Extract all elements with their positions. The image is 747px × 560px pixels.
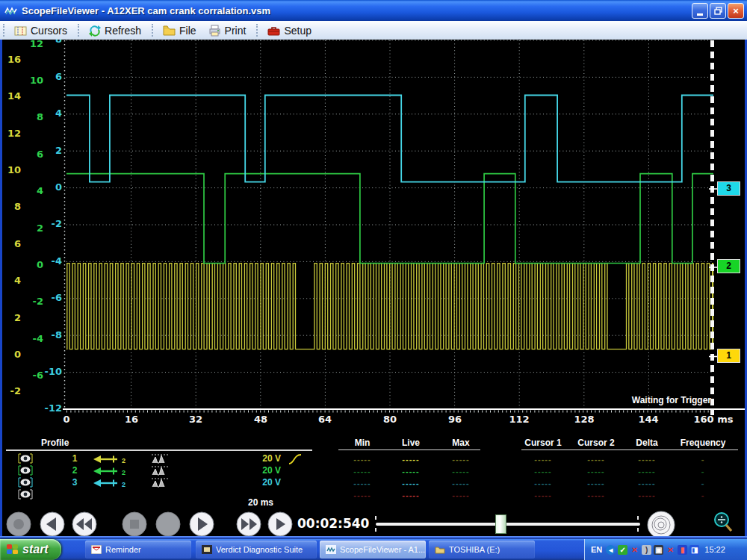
minimize-button[interactable] [692, 3, 708, 19]
taskbar-clock: 15:22 [704, 545, 725, 554]
application-window: ScopeFileViewer - A12XER cam crank corra… [0, 0, 747, 560]
measurement-cursor1: ----- [517, 467, 569, 476]
step-back-button[interactable] [39, 511, 66, 538]
position-slider-handle[interactable] [495, 514, 506, 534]
column-header: Max [431, 438, 491, 448]
cursors-button[interactable]: Cursors [10, 22, 75, 38]
toolbar-grip[interactable] [152, 24, 155, 37]
refresh-button[interactable]: Refresh [84, 22, 149, 38]
jog-dial-button[interactable] [647, 511, 674, 538]
restore-button[interactable] [710, 3, 726, 19]
column-header: Cursor 1 [513, 438, 573, 448]
pause-button[interactable] [155, 511, 182, 538]
y-axis-label-ch1: 14 [1, 90, 21, 102]
scope-area: 1614121086420-2121086420-2-4-686420-2-4-… [0, 40, 747, 435]
battery-tray-icon[interactable]: ▮ [678, 545, 687, 555]
fast-forward-button[interactable] [235, 511, 262, 538]
measurement-cursor2: ----- [570, 455, 622, 464]
restore-icon [714, 7, 722, 15]
y-axis-label-ch1: 16 [1, 54, 21, 65]
histogram-icon[interactable] [151, 477, 169, 491]
profile-row-ch3: 3220 V [0, 477, 329, 489]
x-axis-label: 128 [563, 414, 605, 425]
title-bar: ScopeFileViewer - A12XER cam crank corra… [0, 0, 747, 21]
refresh-icon [89, 25, 101, 37]
setup-button[interactable]: Setup [263, 22, 319, 38]
transport-bar: 00:02:540 [0, 509, 747, 536]
channel-tab-3[interactable]: 3 [717, 181, 740, 196]
measurement-delta: ----- [621, 455, 673, 464]
task-label: Reminder [105, 545, 141, 554]
print-button[interactable]: Print [204, 22, 254, 38]
probe-icon[interactable] [93, 478, 123, 491]
shield-tray-icon[interactable]: ✓ [618, 545, 627, 555]
channel-range[interactable]: 20 V [247, 453, 281, 464]
app-tray-icon[interactable]: ◨ [689, 545, 699, 555]
y-axis-label-ch2: -4 [24, 333, 43, 344]
toolbar-grip[interactable] [3, 24, 6, 37]
y-axis-label-ch2: 10 [24, 75, 43, 86]
task-icon [91, 545, 102, 554]
start-button[interactable]: start [0, 539, 61, 560]
taskbar-task-2[interactable]: Verdict Diagnostic Suite [196, 541, 317, 559]
measurement-max: ----- [435, 491, 487, 500]
record-button[interactable] [5, 511, 32, 538]
measurement-live: ----- [385, 455, 437, 464]
step-forward-button[interactable] [267, 511, 294, 538]
task-label: Verdict Diagnostic Suite [216, 545, 303, 554]
y-axis-label-ch3: 8 [43, 40, 62, 45]
column-header: Delta [617, 438, 677, 448]
toolbar-grip[interactable] [256, 24, 259, 37]
refresh-label: Refresh [105, 25, 141, 37]
file-button[interactable]: File [158, 22, 204, 38]
profile-row-ch1: 1220 V [0, 453, 329, 465]
channel-range[interactable]: 20 V [247, 477, 281, 488]
network-tray-icon[interactable]: ) [642, 545, 651, 555]
y-axis-label-ch3: 6 [43, 71, 62, 82]
toolbar: Cursors Refresh File Print Setup [0, 21, 747, 40]
close-button[interactable]: × [728, 3, 744, 19]
y-axis-label-ch2: 4 [24, 185, 43, 196]
taskbar-task-1[interactable]: Reminder [85, 541, 191, 559]
taskbar-task-3[interactable]: ScopeFileViewer - A1... [320, 541, 426, 559]
scope-plot[interactable] [0, 40, 747, 435]
profile-rule [6, 449, 312, 451]
cursor-rule [521, 449, 738, 450]
y-axis-label-ch1: 8 [1, 201, 21, 212]
profile-row-ch2: 2220 V [0, 465, 329, 477]
channel-number: 3 [69, 477, 81, 488]
channel-number: 2 [69, 465, 81, 476]
zoom-button[interactable] [710, 511, 737, 538]
start-label: start [22, 543, 49, 556]
slider-tick [637, 528, 639, 532]
y-axis-label-ch3: -12 [43, 402, 62, 414]
message-tray-icon[interactable]: ▣ [654, 545, 663, 555]
measurement-panel: Profile MinLiveMaxCursor 1Cursor 2DeltaF… [0, 435, 747, 509]
timebase-value: 20 ms [238, 497, 284, 508]
measurement-frequency: - [677, 455, 729, 464]
rewind-button[interactable] [71, 511, 98, 538]
measurement-frequency: - [677, 467, 729, 476]
slider-tick [375, 528, 376, 532]
measurement-min: ----- [336, 491, 388, 500]
position-slider-track[interactable] [376, 523, 640, 526]
channel-tab-1[interactable]: 1 [717, 349, 740, 363]
language-indicator[interactable]: EN [591, 545, 602, 554]
error2-tray-icon[interactable]: ✕ [666, 545, 675, 555]
stop-button[interactable] [121, 511, 148, 538]
stop-icon [130, 520, 139, 529]
error-tray-icon[interactable]: ✕ [630, 545, 639, 555]
y-axis-label-ch1: -2 [1, 385, 21, 396]
channel-tab-2[interactable]: 2 [717, 259, 740, 273]
measurement-live: ----- [385, 467, 437, 476]
language-bar-icon[interactable]: ◂ [606, 545, 616, 555]
y-axis-label-ch2: -6 [24, 370, 43, 381]
toolbar-grip[interactable] [78, 24, 81, 37]
y-axis-label-ch1: 2 [1, 312, 21, 323]
windows-flag-icon [6, 544, 19, 556]
taskbar-task-4[interactable]: TOSHIBA (E:) [429, 541, 535, 559]
channel-visibility-eye[interactable] [18, 489, 33, 503]
x-axis-label: 32 [175, 414, 217, 425]
channel-range[interactable]: 20 V [247, 465, 281, 476]
play-button[interactable] [188, 511, 215, 538]
